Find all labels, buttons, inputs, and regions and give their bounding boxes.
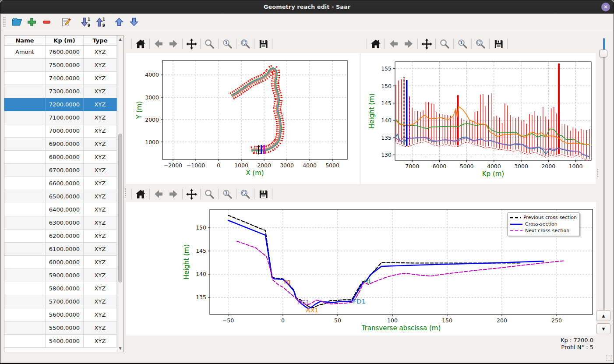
- mpl-home-button[interactable]: [133, 187, 148, 201]
- table-row[interactable]: 7000.0000XYZ: [4, 124, 117, 138]
- column-header-kp[interactable]: Kp (m): [46, 35, 84, 45]
- table-row[interactable]: 7300.0000XYZ: [4, 85, 117, 98]
- mpl-save-button[interactable]: [256, 37, 271, 50]
- svg-text:3000: 3000: [145, 94, 159, 101]
- mpl-zoom-fit-button[interactable]: [238, 187, 253, 201]
- scrollbar-thumb[interactable]: [118, 134, 122, 283]
- mpl-save-button[interactable]: [256, 187, 271, 201]
- mpl-back-button[interactable]: [151, 187, 166, 201]
- longitudinal-profile-chart[interactable]: 7000600050004000300020001000130135140145…: [361, 53, 596, 184]
- mpl-save-button[interactable]: [491, 37, 506, 50]
- svg-text:9: 9: [87, 22, 90, 27]
- mpl-forward-button[interactable]: [401, 37, 416, 50]
- scroll-up-button[interactable]: ▲: [117, 35, 123, 42]
- table-row[interactable]: 5400.0000XYZ: [4, 335, 117, 348]
- remove-profile-button[interactable]: [40, 15, 53, 28]
- mpl-zoom-button[interactable]: [202, 37, 217, 50]
- table-row[interactable]: 7100.0000XYZ: [4, 111, 117, 124]
- close-button[interactable]: ✕: [601, 3, 610, 11]
- mpl-home-button[interactable]: [368, 37, 383, 50]
- mpl-zoom-region-button[interactable]: 1: [220, 37, 235, 50]
- mpl-forward-button[interactable]: [166, 37, 181, 50]
- mpl-zoom-region-button[interactable]: 1: [455, 37, 470, 50]
- column-header-name[interactable]: Name: [4, 35, 46, 45]
- svg-text:145: 145: [381, 100, 392, 106]
- table-row[interactable]: 6400.0000XYZ: [4, 203, 117, 216]
- table-row[interactable]: 6600.0000XYZ: [4, 177, 117, 190]
- column-header-type[interactable]: Type: [84, 35, 117, 45]
- table-row[interactable]: 6800.0000XYZ: [4, 151, 117, 164]
- table-row[interactable]: 7500.0000XYZ: [4, 59, 117, 72]
- scroll-down-button[interactable]: ▼: [117, 345, 123, 352]
- svg-text:−2000: −2000: [164, 162, 182, 169]
- magnifier-fit-icon: [475, 38, 486, 49]
- legend-label: Cross-section: [525, 221, 558, 227]
- svg-text:FD1: FD1: [353, 298, 366, 305]
- table-row[interactable]: 6300.0000XYZ: [4, 216, 117, 230]
- profile-down-button[interactable]: ▼: [596, 323, 610, 334]
- mpl-back-button[interactable]: [151, 37, 166, 50]
- table-row[interactable]: Amont7600.0000XYZ: [4, 46, 117, 59]
- svg-text:2000: 2000: [145, 117, 159, 123]
- mpl-back-button[interactable]: [386, 37, 401, 50]
- plan-view-chart[interactable]: −2000−1000010002000300040005000100020003…: [126, 53, 360, 184]
- legend-swatch-previous: [510, 216, 521, 219]
- edit-profile-button[interactable]: [59, 15, 72, 28]
- sort-ascending-button[interactable]: 1 9: [93, 15, 106, 28]
- table-row[interactable]: 5600.0000XYZ: [4, 308, 117, 322]
- right-splitter-handle[interactable]: [597, 169, 599, 178]
- mpl-zoom-fit-button[interactable]: [238, 37, 253, 50]
- title-bar: Geometry reach edit - Saar ✕: [0, 0, 614, 14]
- mpl-zoom-region-button[interactable]: 1: [220, 187, 235, 201]
- svg-text:X (m): X (m): [246, 169, 264, 177]
- table-row[interactable]: 6900.0000XYZ: [4, 138, 117, 151]
- profile-up-button[interactable]: ▲: [596, 310, 610, 321]
- save-icon: [258, 39, 269, 49]
- resize-grip[interactable]: [606, 355, 612, 361]
- profile-slider-handle[interactable]: [599, 49, 607, 57]
- mpl-home-button[interactable]: [133, 37, 148, 50]
- svg-text:250: 250: [551, 317, 562, 324]
- move-down-button[interactable]: [127, 15, 141, 28]
- profile-slider-track[interactable]: [603, 38, 605, 312]
- mpl-zoom-button[interactable]: [437, 37, 452, 50]
- toolbar-drag-handle[interactable]: [3, 17, 6, 27]
- table-row[interactable]: 6700.0000XYZ: [4, 164, 117, 177]
- table-row[interactable]: 6200.0000XYZ: [4, 230, 117, 243]
- table-cell: [4, 72, 46, 85]
- mpl-pan-button[interactable]: [184, 37, 199, 50]
- table-row[interactable]: 7200.0000XYZ: [4, 98, 117, 111]
- mpl-forward-button[interactable]: [166, 187, 181, 201]
- table-cell: [4, 282, 46, 295]
- table-cell: 6200.0000: [46, 230, 84, 243]
- table-row[interactable]: 7400.0000XYZ: [4, 72, 117, 85]
- mpl-pan-button[interactable]: [419, 37, 434, 50]
- table-row[interactable]: 5500.0000XYZ: [4, 322, 117, 335]
- table-row[interactable]: 5800.0000XYZ: [4, 282, 117, 295]
- sort-descending-button[interactable]: 1 9: [78, 15, 92, 28]
- table-row[interactable]: 6500.0000XYZ: [4, 190, 117, 203]
- mpl-zoom-button[interactable]: [202, 187, 217, 201]
- mpl-pan-button[interactable]: [184, 187, 199, 201]
- table-cell: [4, 124, 46, 138]
- table-row[interactable]: 5700.0000XYZ: [4, 295, 117, 308]
- svg-text:Kp (m): Kp (m): [482, 170, 504, 178]
- svg-text:7000: 7000: [405, 163, 419, 170]
- table-row[interactable]: 6000.0000XYZ: [4, 256, 117, 269]
- legend-item-previous: Previous cross-section: [510, 214, 577, 221]
- mpl-zoom-fit-button[interactable]: [473, 37, 488, 50]
- open-folder-button[interactable]: [10, 15, 23, 28]
- table-cell: 7400.0000: [46, 72, 84, 85]
- panel-splitter-handle[interactable]: [124, 188, 126, 198]
- open-folder-icon: [11, 17, 22, 28]
- table-scrollbar[interactable]: ▲ ▼: [117, 35, 123, 352]
- svg-text:130: 130: [381, 152, 392, 158]
- magnifier-icon: [439, 38, 450, 49]
- svg-text:1: 1: [460, 40, 463, 45]
- magnifier-fit-icon: [240, 38, 251, 49]
- move-up-button[interactable]: [113, 15, 126, 28]
- table-row[interactable]: 5900.0000XYZ: [4, 269, 117, 282]
- add-profile-button[interactable]: [25, 15, 38, 28]
- back-arrow-icon: [153, 38, 164, 49]
- table-row[interactable]: 6100.0000XYZ: [4, 243, 117, 256]
